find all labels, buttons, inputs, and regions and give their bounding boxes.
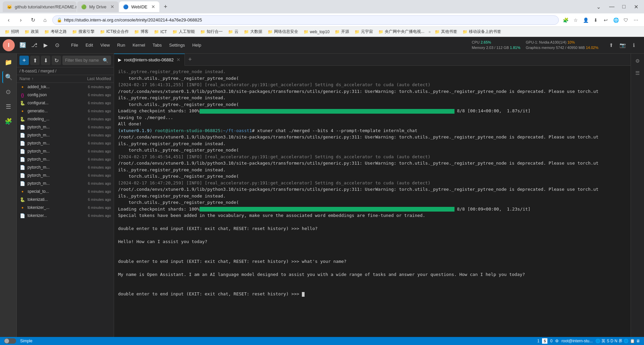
list-item[interactable]: {} config.json 6 minutes ago <box>17 91 114 99</box>
actbar-explorer-icon[interactable]: 🔍 <box>2 71 14 83</box>
bookmark-ict[interactable]: 📁ICT校企合作 <box>98 28 131 35</box>
list-item[interactable]: 🔸 tokenizer_... 6 minutes ago <box>17 204 114 212</box>
bookmark-mobile[interactable]: 📁移动设备上的书签 <box>461 28 503 35</box>
ide-branch-icon[interactable]: ⎇ <box>29 40 40 51</box>
list-item[interactable]: 📄 pytorch_m... 6 minutes ago <box>17 163 114 171</box>
list-item[interactable]: 📄 pytorch_m... 6 minutes ago <box>17 139 114 147</box>
maximize-button[interactable]: □ <box>619 1 629 12</box>
col-name[interactable]: Name ↑ <box>19 76 74 81</box>
bookmark-blog[interactable]: 📁博客 <box>132 28 151 35</box>
bookmark-cctv[interactable]: 📁央广网中央广播电视... <box>376 28 426 35</box>
bookmark-others[interactable]: 📁其他书签 <box>433 28 459 35</box>
download-icon[interactable]: ⬇ <box>592 16 600 24</box>
simple-toggle[interactable] <box>4 338 16 344</box>
right-sidebar-icon[interactable]: ☰ <box>633 68 642 78</box>
search-icon[interactable]: 🔍 <box>103 58 108 63</box>
user-icon[interactable]: 👤 <box>582 16 590 24</box>
url-field[interactable]: 🔒 https://studio.intern-ai.org.cn/consol… <box>52 15 559 25</box>
toggle-knob <box>4 339 9 343</box>
menu-kernel[interactable]: Kernel <box>129 41 149 49</box>
bookmark-bigdata[interactable]: 📁大数据 <box>242 28 264 35</box>
forward-button[interactable]: › <box>16 15 25 25</box>
file-search-input[interactable] <box>65 58 103 63</box>
bookmark-metaverse[interactable]: 📁元宇宙 <box>353 28 375 35</box>
bookmark-search[interactable]: 📁搜索引擎 <box>70 28 97 35</box>
new-file-button[interactable]: + <box>19 56 29 65</box>
actbar-circle-icon[interactable]: ⊙ <box>2 86 14 98</box>
bookmark-jobs[interactable]: 📁招聘 <box>3 28 21 35</box>
ide-circle-icon[interactable]: ⊙ <box>52 40 62 51</box>
list-item[interactable]: 📄 pytorch_m... 6 minutes ago <box>17 147 114 155</box>
actbar-list-icon[interactable]: ☰ <box>2 101 14 113</box>
terminal-content[interactable]: ils._pytree.register_pytree_node instead… <box>114 66 631 337</box>
actbar-puzzle-icon[interactable]: 🧩 <box>2 115 14 127</box>
adblock-icon[interactable]: 🛡 <box>622 16 630 24</box>
file-modified-label: 6 minutes ago <box>74 173 111 177</box>
history-icon[interactable]: ↩ <box>602 16 610 24</box>
more-icon[interactable]: ⋯ <box>632 16 640 24</box>
status-settings-icon[interactable]: ⚙ <box>555 339 559 343</box>
list-item[interactable]: 🐍 configurat... 6 minutes ago <box>17 99 114 107</box>
bookmark-zhixing[interactable]: 📁知行合一 <box>198 28 225 35</box>
file-type-icon: 🔸 <box>19 205 25 211</box>
bookmark-ict2[interactable]: 📁ICT <box>152 29 169 35</box>
info-icon[interactable]: ℹ <box>629 41 639 50</box>
bookmark-cloud[interactable]: 📁云 <box>226 28 240 35</box>
list-item[interactable]: 📄 pytorch_m... 6 minutes ago <box>17 123 114 131</box>
bookmark-policy[interactable]: 📁政策 <box>22 28 41 35</box>
new-terminal-button[interactable]: + <box>185 54 196 65</box>
refresh-button[interactable]: ↻ <box>52 56 61 65</box>
star-icon[interactable]: ☆ <box>572 16 580 24</box>
bookmark-security[interactable]: 📁网络信息安全 <box>266 28 300 35</box>
list-item[interactable]: 🔸 added_tok... 6 minutes ago <box>17 83 114 91</box>
ide-debug-icon[interactable]: ▶ <box>40 40 51 51</box>
list-item[interactable]: 🔸 special_to... 6 minutes ago <box>17 187 114 195</box>
menu-tabs[interactable]: Tabs <box>149 41 165 49</box>
camera-icon[interactable]: 📷 <box>618 41 627 50</box>
minimize-button[interactable]: — <box>606 1 617 12</box>
right-settings-icon[interactable]: ⚙ <box>633 56 642 66</box>
terminal-tab-close[interactable]: ✕ <box>176 57 180 62</box>
list-item[interactable]: 📄 pytorch_m... 6 minutes ago <box>17 171 114 179</box>
webide-tab-close[interactable]: ✕ <box>151 4 155 9</box>
back-button[interactable]: ‹ <box>4 15 13 25</box>
list-item[interactable]: 🐍 tokenizati... 6 minutes ago <box>17 195 114 204</box>
reload-button[interactable]: ↻ <box>28 15 38 25</box>
upload-file-button[interactable]: ⬆ <box>30 56 40 65</box>
list-item[interactable]: 📄 pytorch_m... 6 minutes ago <box>17 179 114 187</box>
tab-list-button[interactable]: ⌄ <box>594 2 603 11</box>
list-item[interactable]: 🐍 modeling_... 6 minutes ago <box>17 115 114 123</box>
bookmark-kaoyuan[interactable]: 📁考研之路 <box>42 28 69 35</box>
file-search-box[interactable]: 🔍 <box>62 56 111 65</box>
tab-webide[interactable]: 🔵 WebIDE ✕ <box>119 1 159 12</box>
list-item[interactable]: 🔸 generatio... 6 minutes ago <box>17 107 114 115</box>
file-name-label: tokenizati... <box>28 197 74 202</box>
ide-sync-icon[interactable]: 🔄 <box>17 40 28 51</box>
menu-edit[interactable]: Edit <box>82 41 96 49</box>
list-item[interactable]: 📄 pytorch_m... 6 minutes ago <box>17 131 114 139</box>
col-modified[interactable]: Last Modified <box>74 76 111 81</box>
menu-help[interactable]: Help <box>189 41 205 49</box>
menu-run[interactable]: Run <box>114 41 128 49</box>
translate-icon[interactable]: 🌐 <box>612 16 620 24</box>
download-file-button[interactable]: ⬇ <box>41 56 50 65</box>
upload-icon[interactable]: ⬆ <box>606 41 616 50</box>
home-button[interactable]: ⌂ <box>40 15 50 25</box>
close-button[interactable]: ✕ <box>631 1 641 12</box>
bookmark-opensource[interactable]: 📁开源 <box>333 28 351 35</box>
actbar-files-icon[interactable]: 📁 <box>2 56 14 68</box>
menu-file[interactable]: File <box>68 41 82 49</box>
tab-github[interactable]: 🐱 github tutorial/xtuner/README.md ✕ <box>3 1 76 12</box>
extensions-icon[interactable]: 🧩 <box>561 16 570 24</box>
terminal-tab[interactable]: ▶ root@intern-studio-06882 ✕ <box>114 54 185 66</box>
bookmark-webtop10[interactable]: 📁web_top10 <box>302 29 332 35</box>
list-item[interactable]: 📄 tokenizer... 6 minutes ago <box>17 212 114 220</box>
file-name-label: tokenizer_... <box>28 205 74 210</box>
list-item[interactable]: 📄 pytorch_m... 6 minutes ago <box>17 155 114 163</box>
bookmark-ai[interactable]: 📁人工智能 <box>170 28 197 35</box>
menu-view[interactable]: View <box>97 41 113 49</box>
mydrive-tab-close[interactable]: ✕ <box>110 4 114 9</box>
tab-mydrive[interactable]: 🟢 My Drive ✕ <box>77 1 118 12</box>
new-tab-button[interactable]: + <box>160 1 171 12</box>
menu-settings[interactable]: Settings <box>166 41 188 49</box>
